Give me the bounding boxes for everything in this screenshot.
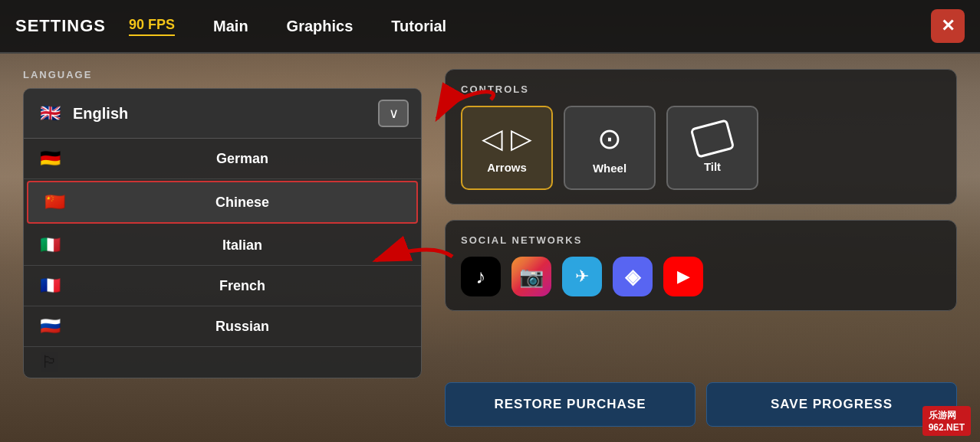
left-panel: LANGUAGE Language 🇬🇧 English ∨ 🇩🇪 German	[23, 69, 422, 427]
tilt-label: Tilt	[704, 160, 721, 173]
language-item-italian[interactable]: 🇮🇹 Italian	[24, 225, 421, 266]
language-item-more[interactable]: 🏳	[24, 347, 421, 378]
social-youtube-icon[interactable]: ▶	[663, 257, 703, 296]
social-section-label: SOCIAL NETWORKS	[461, 234, 941, 246]
lang-name-french: French	[76, 278, 409, 294]
chevron-down-icon: ∨	[389, 105, 399, 122]
wheel-label: Wheel	[593, 162, 626, 175]
language-section-label: LANGUAGE	[23, 69, 422, 80]
lang-name-italian: Italian	[76, 237, 409, 254]
fps-badge: 90 FPS	[129, 17, 175, 36]
social-tiktok-icon[interactable]: ♪	[461, 257, 501, 296]
dropdown-arrow-box[interactable]: ∨	[378, 100, 409, 127]
right-panel: CONTROLS ◁ ▷ Arrows ⊙ Wheel Tilt SOCIAL …	[445, 69, 957, 427]
language-item-russian[interactable]: 🇷🇺 Russian	[24, 306, 421, 347]
close-button[interactable]: ✕	[931, 9, 965, 43]
flag-russian: 🇷🇺	[36, 317, 64, 336]
social-discord-icon[interactable]: ◈	[613, 257, 653, 296]
tab-graphics[interactable]: Graphics	[271, 11, 369, 41]
social-section: SOCIAL NETWORKS ♪ 📷 ✈ ◈ ▶	[445, 220, 957, 311]
watermark: 乐游网 962.NET	[922, 406, 971, 436]
controls-section-label: CONTROLS	[461, 83, 941, 95]
social-icons-container: ♪ 📷 ✈ ◈ ▶	[461, 257, 941, 296]
control-tilt[interactable]: Tilt	[666, 106, 758, 190]
lang-name-german: German	[76, 151, 409, 167]
control-wheel[interactable]: ⊙ Wheel	[564, 106, 656, 190]
wheel-icon: ⊙	[597, 122, 622, 156]
arrows-icon: ◁ ▷	[482, 123, 532, 155]
header: SETTINGS 90 FPS Main Graphics Tutorial ✕	[0, 0, 980, 54]
control-arrows[interactable]: ◁ ▷ Arrows	[461, 106, 553, 190]
flag-french: 🇫🇷	[36, 277, 64, 295]
current-language-name: English	[73, 105, 128, 123]
tab-main[interactable]: Main	[198, 11, 264, 41]
nav-tabs: Main Graphics Tutorial	[198, 11, 931, 41]
social-telegram-icon[interactable]: ✈	[562, 257, 602, 296]
language-current-selection[interactable]: 🇬🇧 English ∨	[24, 89, 421, 139]
settings-title: SETTINGS	[15, 16, 106, 36]
tab-tutorial[interactable]: Tutorial	[376, 11, 462, 41]
restore-purchase-button[interactable]: RESTORE PURCHASE	[445, 382, 696, 427]
language-item-chinese[interactable]: 🇨🇳 Chinese	[27, 181, 418, 224]
tilt-icon	[690, 119, 735, 159]
flag-chinese: 🇨🇳	[41, 193, 68, 211]
arrows-label: Arrows	[487, 161, 527, 174]
lang-name-chinese: Chinese	[81, 195, 404, 211]
controls-options: ◁ ▷ Arrows ⊙ Wheel Tilt	[461, 106, 941, 190]
flag-more: 🏳	[36, 353, 64, 372]
main-content: LANGUAGE Language 🇬🇧 English ∨ 🇩🇪 German	[0, 54, 980, 442]
language-item-french[interactable]: 🇫🇷 French	[24, 266, 421, 306]
language-dropdown[interactable]: Language 🇬🇧 English ∨ 🇩🇪 German 🇨🇳 Chine…	[23, 88, 422, 378]
flag-german: 🇩🇪	[36, 149, 64, 168]
action-buttons: RESTORE PURCHASE SAVE PROGRESS	[445, 382, 957, 427]
flag-italian: 🇮🇹	[36, 236, 64, 254]
current-flag: 🇬🇧	[36, 104, 64, 123]
controls-section: CONTROLS ◁ ▷ Arrows ⊙ Wheel Tilt	[445, 69, 957, 205]
language-item-german[interactable]: 🇩🇪 German	[24, 139, 421, 179]
lang-name-russian: Russian	[76, 319, 409, 335]
save-progress-button[interactable]: SAVE PROGRESS	[706, 382, 957, 427]
social-instagram-icon[interactable]: 📷	[511, 257, 551, 296]
